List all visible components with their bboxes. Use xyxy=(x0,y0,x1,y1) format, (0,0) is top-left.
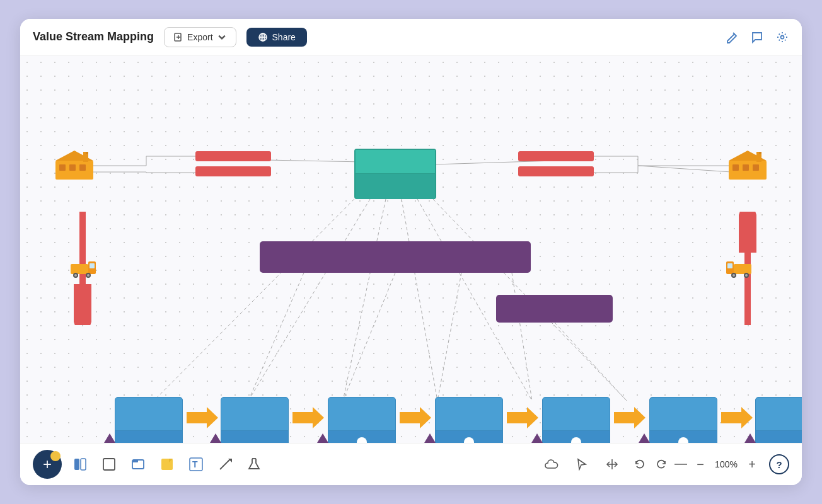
triangle-1 xyxy=(102,433,117,443)
process-box-1[interactable] xyxy=(115,397,183,443)
factory-right[interactable] xyxy=(726,147,769,185)
svg-rect-22 xyxy=(86,152,88,154)
purple-bar-small[interactable] xyxy=(496,295,613,323)
export-icon xyxy=(173,32,183,42)
settings-icon[interactable] xyxy=(775,30,789,44)
toolbar-right: − 100% + ? xyxy=(541,454,789,475)
triangle-3 xyxy=(315,433,330,443)
svg-rect-31 xyxy=(743,164,749,171)
add-button[interactable]: + xyxy=(33,450,62,479)
triangle-2 xyxy=(208,433,223,443)
page-tool-button[interactable] xyxy=(127,454,149,475)
factory-icon-right xyxy=(726,147,769,182)
svg-point-48 xyxy=(732,274,735,277)
zoom-controls: − 100% + xyxy=(632,456,760,472)
pointer-tool-button[interactable] xyxy=(571,454,593,475)
svg-rect-46 xyxy=(727,263,732,268)
header-right xyxy=(725,30,789,44)
teal-box-lower xyxy=(356,174,435,199)
page-icon xyxy=(131,457,145,471)
svg-rect-44 xyxy=(734,264,751,274)
teal-box[interactable] xyxy=(354,149,436,199)
redo-button[interactable] xyxy=(653,456,669,472)
header-left: Value Stream Mapping Export Share xyxy=(33,27,307,47)
page-title: Value Stream Mapping xyxy=(33,30,154,43)
circle-dot-4 xyxy=(464,437,474,444)
truck-right[interactable] xyxy=(726,260,751,280)
share-button[interactable]: Share xyxy=(246,28,307,47)
process-box-6-lower xyxy=(650,430,717,443)
svg-marker-54 xyxy=(507,407,538,428)
circle-dot-5 xyxy=(571,437,581,444)
undo-button[interactable] xyxy=(632,456,648,472)
red-bar-2[interactable] xyxy=(195,166,271,176)
canvas[interactable] xyxy=(20,55,802,443)
svg-rect-29 xyxy=(759,152,761,154)
factory-left[interactable] xyxy=(53,147,96,185)
app-container: Value Stream Mapping Export Share xyxy=(20,19,802,485)
text-icon: T xyxy=(189,457,203,471)
redo-icon xyxy=(655,458,668,471)
svg-point-41 xyxy=(74,274,77,277)
push-arrow-2 xyxy=(292,407,324,431)
svg-line-14 xyxy=(248,273,304,401)
process-box-3-lower xyxy=(328,430,395,443)
frame-icon xyxy=(102,457,116,471)
red-bar-4[interactable] xyxy=(518,166,594,176)
line-icon xyxy=(218,457,232,471)
svg-rect-25 xyxy=(79,164,86,171)
svg-marker-51 xyxy=(187,407,218,428)
note-tool-button[interactable] xyxy=(156,454,178,475)
cloud-save-button[interactable] xyxy=(541,454,562,475)
process-box-2-lower xyxy=(221,430,288,443)
shape-tool-button[interactable] xyxy=(243,454,265,475)
toolbar: + xyxy=(20,443,802,485)
svg-line-15 xyxy=(343,273,395,401)
process-box-6[interactable] xyxy=(649,397,717,443)
comment-icon[interactable] xyxy=(750,30,764,44)
frame-tool-button[interactable] xyxy=(98,454,120,475)
panel-tool-button[interactable] xyxy=(69,454,91,475)
move-icon xyxy=(606,458,618,471)
process-box-5[interactable] xyxy=(542,397,610,443)
purple-bar-wide[interactable] xyxy=(260,241,531,273)
push-arrow-3 xyxy=(400,407,431,431)
circle-dot-3 xyxy=(357,437,367,444)
pointer-icon xyxy=(576,458,588,471)
flask-icon xyxy=(247,457,261,471)
push-arrow-5 xyxy=(614,407,645,431)
move-tool-button[interactable] xyxy=(601,454,623,475)
svg-rect-24 xyxy=(69,164,76,171)
process-box-7[interactable] xyxy=(755,397,802,443)
process-box-7-lower xyxy=(756,430,802,443)
svg-rect-23 xyxy=(59,164,66,171)
svg-line-17 xyxy=(512,273,532,401)
process-box-4[interactable] xyxy=(435,397,503,443)
toolbar-left: + xyxy=(33,450,265,479)
red-bar-1[interactable] xyxy=(195,151,271,161)
zoom-separator-left xyxy=(674,464,687,465)
truck-left[interactable] xyxy=(71,260,96,280)
help-button[interactable]: ? xyxy=(769,454,789,474)
triangle-6 xyxy=(637,433,652,443)
svg-line-16 xyxy=(437,273,461,401)
process-box-2[interactable] xyxy=(221,397,289,443)
zoom-level: 100% xyxy=(714,459,739,469)
svg-line-10 xyxy=(343,199,386,401)
svg-point-50 xyxy=(745,274,748,277)
factory-icon-left xyxy=(53,147,96,182)
zoom-out-button[interactable]: − xyxy=(692,456,709,472)
export-button[interactable]: Export xyxy=(164,27,236,47)
svg-rect-30 xyxy=(732,164,739,171)
text-tool-button[interactable]: T xyxy=(185,454,207,475)
process-box-1-lower xyxy=(115,430,182,443)
zoom-in-button[interactable]: + xyxy=(744,456,760,472)
cloud-icon xyxy=(544,458,559,471)
process-box-3[interactable] xyxy=(328,397,396,443)
red-bar-3[interactable] xyxy=(518,151,594,161)
svg-line-8 xyxy=(154,199,354,401)
line-tool-button[interactable] xyxy=(214,454,236,475)
svg-line-9 xyxy=(248,199,370,401)
svg-rect-57 xyxy=(74,459,79,470)
edit-icon[interactable] xyxy=(725,30,739,44)
